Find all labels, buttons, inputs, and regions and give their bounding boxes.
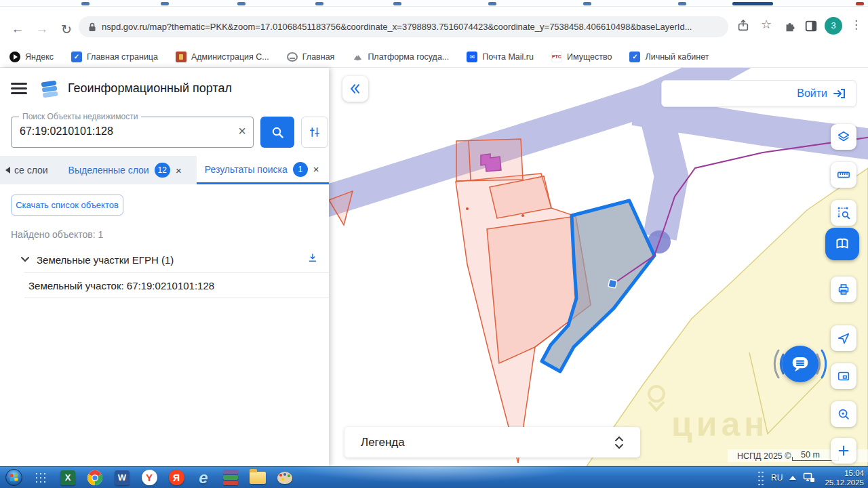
legend-bar[interactable]: Легенда — [344, 427, 640, 458]
taskbar-app-word[interactable]: W — [108, 468, 136, 488]
search-filters-button[interactable] — [301, 117, 328, 148]
bookmark-main[interactable]: Главная — [287, 52, 335, 62]
profile-avatar[interactable]: 3 — [825, 17, 842, 35]
tab-favicon-sliver[interactable] — [237, 2, 245, 5]
bookmark-yandex[interactable]: Яндекс — [9, 52, 54, 62]
bookmark-gov-platform[interactable]: Платформа госуда... — [352, 52, 449, 62]
hidden-icons-chevron[interactable] — [789, 476, 796, 480]
word-icon: W — [115, 470, 130, 485]
internet-explorer-icon: e — [199, 468, 208, 487]
menu-hamburger-icon[interactable] — [11, 83, 27, 94]
login-label: Войти — [797, 87, 827, 100]
forward-icon[interactable]: → — [33, 22, 52, 37]
sidebar-tabs: се слои Выделенные слои 12 × Результаты … — [0, 156, 329, 184]
print-button[interactable] — [831, 277, 856, 302]
back-icon[interactable]: ← — [8, 22, 27, 37]
url-text: nspd.gov.ru/map?thematic=PKK&zoom=17.010… — [102, 22, 692, 32]
yandex-browser-icon: Y — [142, 470, 157, 485]
taskbar-app-excel[interactable]: X — [54, 468, 81, 488]
map-book-active-button[interactable] — [825, 228, 859, 260]
search-area-icon — [836, 205, 851, 220]
clear-search-icon[interactable]: × — [238, 123, 246, 139]
gosuslugi-shield-icon: ✓ — [71, 52, 82, 62]
bookmark-mailru[interactable]: ✉Почта Mail.ru — [467, 52, 534, 62]
download-object-list-button[interactable]: Скачать список объектов — [11, 195, 123, 216]
tab-favicon-sliver[interactable] — [488, 2, 496, 5]
search-icon — [271, 125, 285, 140]
chrome-menu-icon[interactable]: ⋮ — [850, 18, 862, 32]
taskbar-app-winrar[interactable] — [217, 468, 244, 488]
chrome-icon — [87, 470, 103, 486]
share-icon[interactable] — [736, 19, 750, 33]
legend-label: Легенда — [361, 436, 405, 449]
taskbar-clock[interactable]: 15:04 25.12.2025 — [825, 468, 864, 488]
taskbar-app-list[interactable] — [27, 468, 54, 488]
search-area-button[interactable] — [831, 200, 856, 226]
tab-favicon-sliver[interactable] — [81, 2, 90, 5]
reload-icon[interactable]: ↻ — [57, 22, 76, 37]
map-book-icon — [833, 235, 851, 253]
bookmark-rts-property[interactable]: РТСИмущество — [551, 52, 612, 62]
chat-fab-button[interactable] — [782, 346, 818, 382]
login-button[interactable]: Войти — [661, 80, 856, 107]
network-tray-icon[interactable] — [803, 472, 815, 483]
windows-start-icon — [5, 468, 23, 487]
result-group-title: Земельные участки ЕГРН (1) — [37, 254, 174, 266]
tab-favicon-sliver[interactable] — [856, 2, 864, 5]
close-tab-icon[interactable]: × — [313, 163, 319, 175]
tab-selected-layers[interactable]: Выделенные слои 12 × — [60, 156, 190, 184]
screen: ← → ↻ nspd.gov.ru/map?thematic=PKK&zoom=… — [0, 0, 868, 488]
address-bar[interactable]: nspd.gov.ru/map?thematic=PKK&zoom=17.010… — [79, 16, 728, 37]
task-list-icon — [35, 472, 47, 484]
layers-button[interactable] — [831, 124, 856, 150]
map-canvas[interactable]: циан — [329, 68, 868, 466]
tab-favicon-sliver[interactable] — [678, 2, 686, 5]
taskbar-app-ie[interactable]: e — [190, 468, 217, 488]
zoom-in-button[interactable] — [831, 438, 856, 464]
browser-toolbar: ← → ↻ nspd.gov.ru/map?thematic=PKK&zoom=… — [0, 7, 868, 46]
bookmark-home-page[interactable]: ✓Главная страница — [71, 52, 158, 62]
taskbar-app-yandex-browser[interactable]: Y — [136, 468, 163, 488]
tab-favicon-sliver[interactable] — [393, 2, 401, 5]
bookmark-administration[interactable]: Администрация С... — [176, 52, 269, 62]
search-results-count-badge: 1 — [293, 162, 308, 177]
tabs-scroll-left-icon[interactable] — [5, 167, 10, 174]
tab-favicon-sliver[interactable] — [315, 2, 323, 5]
close-tab-icon[interactable]: × — [176, 165, 182, 176]
search-input[interactable]: Поиск Объекты недвижимости 67:19:0210101… — [11, 117, 254, 148]
result-list-item[interactable]: Земельный участок: 67:19:0210101:128 — [24, 272, 329, 298]
plus-icon — [836, 443, 851, 458]
double-chevron-left-icon — [348, 82, 363, 96]
taskbar-app-yandex[interactable]: Я — [163, 468, 190, 488]
tab-all-layers[interactable]: се слои — [13, 156, 56, 184]
active-tab-sliver[interactable] — [732, 2, 773, 5]
system-tray: RU 15:04 25.12.2025 — [757, 467, 864, 488]
lock-icon — [88, 22, 96, 32]
search-location-button[interactable] — [831, 401, 856, 427]
side-panel-icon[interactable] — [804, 19, 818, 33]
chat-bubble-icon — [790, 354, 810, 374]
taskbar-app-explorer[interactable] — [244, 468, 271, 488]
locate-button[interactable] — [831, 325, 856, 351]
tab-favicon-sliver[interactable] — [583, 2, 591, 5]
taskbar-app-chrome[interactable] — [81, 468, 108, 488]
attribution-text: НСПД 2025 © — [737, 451, 791, 461]
search-button[interactable] — [260, 117, 294, 148]
browser-tab-strip[interactable] — [0, 0, 868, 7]
sidebar-collapse-button[interactable] — [342, 76, 368, 102]
tab-favicon-sliver[interactable] — [161, 2, 169, 5]
bookmark-personal-cabinet[interactable]: ✓Личный кабинет — [629, 52, 709, 62]
tab-search-results[interactable]: Результаты поиска 1 × — [197, 156, 329, 184]
printer-icon — [836, 282, 851, 297]
language-indicator[interactable]: RU — [771, 473, 783, 483]
taskbar-app-paint[interactable] — [271, 468, 298, 488]
result-group-header[interactable]: Земельные участки ЕГРН (1) — [20, 251, 319, 268]
ruler-button[interactable] — [831, 162, 856, 188]
download-icon[interactable] — [307, 252, 319, 264]
page-title: Геоинформационный портал — [68, 81, 232, 96]
coat-of-arms-icon — [176, 52, 186, 62]
start-button[interactable] — [0, 468, 27, 488]
bookmark-star-icon[interactable]: ☆ — [761, 17, 772, 32]
overview-map-button[interactable] — [831, 363, 856, 389]
extensions-puzzle-icon[interactable] — [783, 19, 797, 33]
